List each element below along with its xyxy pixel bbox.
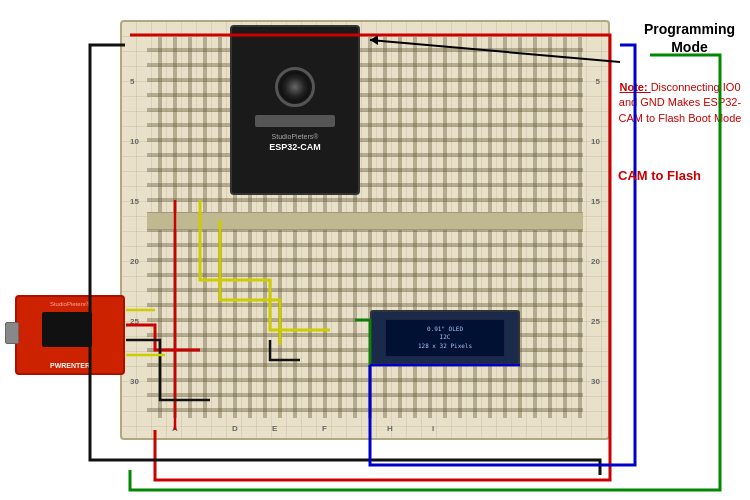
bb-row-label-15: 15 (130, 197, 139, 206)
bb-col-e: E (272, 424, 277, 433)
programmer-brand: StudioPieters® (17, 301, 123, 307)
bb-row-label-r20: 20 (591, 257, 600, 266)
programmer-label: PWRENTER (17, 362, 123, 369)
bb-col-i: I (432, 424, 434, 433)
programmer-board: StudioPieters® PWRENTER (15, 295, 125, 375)
esp32cam-brand: StudioPieters® (272, 133, 319, 140)
esp32cam-label: ESP32-CAM (269, 142, 321, 154)
usb-port (5, 322, 19, 344)
diagram-container: 5 10 15 20 25 30 5 10 15 20 25 30 A D E … (0, 0, 750, 500)
bb-row-label-r5: 5 (596, 77, 600, 86)
bb-row-label-r15: 15 (591, 197, 600, 206)
bb-row-label-r25: 25 (591, 317, 600, 326)
programmer-chip (42, 312, 92, 347)
bb-row-label-30: 30 (130, 377, 139, 386)
cam-to-flash-label: CAM to Flash (618, 168, 701, 185)
programming-mode-label: ProgrammingMode (644, 20, 735, 56)
bb-col-f: F (322, 424, 327, 433)
oled-display: 0.91" OLED I2C 128 x 32 Pixels (370, 310, 520, 365)
oled-text-line1: 0.91" OLED (427, 325, 463, 333)
esp32cam-lens (275, 67, 315, 107)
bb-row-label-10: 10 (130, 137, 139, 146)
oled-text-line2: I2C (440, 333, 451, 341)
prog-mode-text: ProgrammingMode (644, 21, 735, 55)
bb-col-d: D (232, 424, 238, 433)
oled-text-line3: 128 x 32 Pixels (418, 342, 472, 350)
breadboard: 5 10 15 20 25 30 5 10 15 20 25 30 A D E … (120, 20, 610, 440)
bb-row-label-20: 20 (130, 257, 139, 266)
bb-row-label-25: 25 (130, 317, 139, 326)
note-bold-text: Note: (619, 81, 650, 93)
bb-col-h: H (387, 424, 393, 433)
oled-screen: 0.91" OLED I2C 128 x 32 Pixels (385, 319, 505, 357)
esp32cam-module: StudioPieters® ESP32-CAM (230, 25, 360, 195)
bb-row-label-5: 5 (130, 77, 134, 86)
esp32cam-fpc (255, 115, 335, 127)
bb-col-a: A (172, 424, 178, 433)
bb-row-label-r30: 30 (591, 377, 600, 386)
note-label: Note: Disconnecting IO0 and GND Makes ES… (615, 80, 745, 126)
bb-row-label-r10: 10 (591, 137, 600, 146)
